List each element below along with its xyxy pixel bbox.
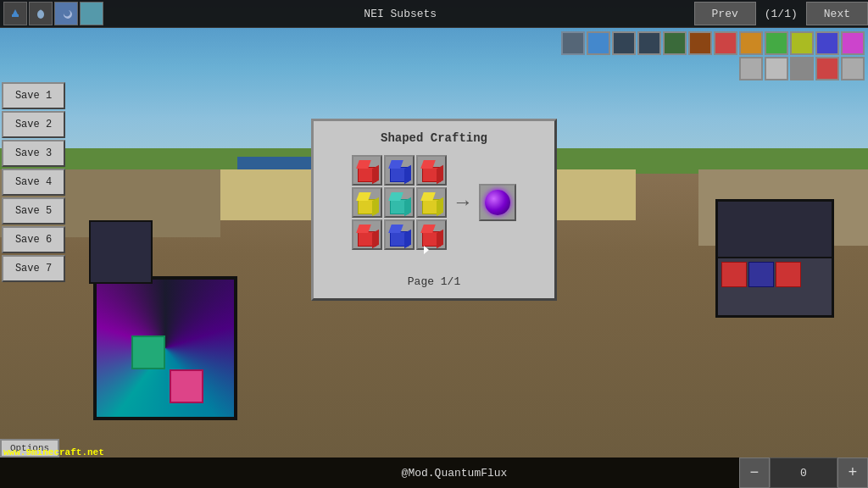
- inv-slot-3[interactable]: [612, 31, 636, 55]
- svg-rect-1: [12, 14, 19, 17]
- inv-slot-r2-1[interactable]: [739, 57, 763, 80]
- inv-slot-6[interactable]: [688, 31, 712, 55]
- save-button-4[interactable]: Save 4: [2, 169, 65, 196]
- inv-slot-r2-2[interactable]: [765, 57, 788, 80]
- svg-marker-0: [13, 9, 18, 14]
- nav-icon-2[interactable]: [29, 2, 53, 25]
- page-counter: (1/1): [756, 4, 806, 24]
- colored-block-pink: [170, 369, 203, 403]
- mod-name-label: @Mod.QuantumFlux: [170, 467, 739, 480]
- craft-slot-7[interactable]: [384, 219, 415, 250]
- red-cube-8: [420, 223, 443, 247]
- minus-button[interactable]: −: [739, 458, 770, 488]
- inv-slot-r2-5[interactable]: [841, 57, 865, 80]
- inv-slot-1[interactable]: [561, 31, 585, 55]
- save-button-5[interactable]: Save 5: [2, 197, 65, 225]
- inv-slot-8[interactable]: [739, 31, 763, 55]
- prev-button[interactable]: Prev: [694, 2, 756, 25]
- save-button-7[interactable]: Save 7: [2, 255, 65, 282]
- watermark-text: www.9minecraft.net: [3, 447, 104, 458]
- save-button-1[interactable]: Save 1: [2, 82, 65, 109]
- craft-slot-2[interactable]: [416, 155, 447, 186]
- inv-slot-9[interactable]: [765, 31, 788, 55]
- subsets-label: NEI Subsets: [107, 8, 694, 20]
- red-cube-0: [355, 158, 379, 182]
- nav-icon-3[interactable]: [54, 2, 78, 25]
- portal-block: [93, 276, 237, 420]
- water-icon: [9, 8, 21, 19]
- craft-slot-8[interactable]: [416, 219, 447, 250]
- crafting-area: →: [324, 155, 544, 250]
- craft-slot-0[interactable]: [352, 155, 382, 186]
- inv-slot-7[interactable]: [714, 31, 737, 55]
- inv-slot-10[interactable]: [790, 31, 814, 55]
- top-nav-bar: NEI Subsets Prev (1/1) Next: [0, 0, 868, 28]
- crafting-arrow: →: [457, 191, 469, 214]
- nav-icons-group: [0, 2, 107, 25]
- yellow-cube-3: [355, 191, 379, 214]
- craft-slot-1[interactable]: [384, 155, 415, 186]
- colored-block-green: [131, 336, 165, 369]
- yellow-cube-5: [420, 191, 443, 214]
- blue-cube-1: [387, 158, 411, 182]
- save-button-2[interactable]: Save 2: [2, 111, 65, 138]
- blue-cube-7: [387, 223, 411, 247]
- craft-slot-3[interactable]: [352, 187, 382, 218]
- drop-icon: [35, 8, 47, 19]
- inv-slot-r2-3[interactable]: [790, 57, 814, 80]
- purple-orb: [485, 190, 510, 215]
- inv-slot-12[interactable]: [841, 31, 865, 55]
- save-button-3[interactable]: Save 3: [2, 140, 65, 167]
- quantity-value: 0: [770, 458, 837, 488]
- nav-icon-1[interactable]: [3, 2, 27, 25]
- save-button-6[interactable]: Save 6: [2, 226, 65, 253]
- teal-cube-4: [387, 191, 411, 214]
- crafting-grid: [352, 155, 447, 250]
- save-buttons-panel: Save 1 Save 2 Save 3 Save 4 Save 5 Save …: [0, 80, 67, 284]
- craft-slot-5[interactable]: [416, 187, 447, 218]
- moon-icon: [60, 8, 72, 19]
- craft-slot-4[interactable]: [384, 187, 415, 218]
- crafting-dialog: Shaped Crafting: [311, 119, 557, 301]
- dialog-title: Shaped Crafting: [324, 131, 544, 145]
- red-cube-2: [420, 158, 443, 182]
- inv-slot-4[interactable]: [637, 31, 661, 55]
- next-button[interactable]: Next: [806, 2, 868, 25]
- craft-slot-6[interactable]: [352, 219, 382, 250]
- inv-slot-11[interactable]: [815, 31, 839, 55]
- left-dark-blocks: [89, 220, 153, 284]
- inv-slot-5[interactable]: [663, 31, 687, 55]
- right-machine: [715, 199, 834, 318]
- inv-slot-r2-4[interactable]: [815, 57, 839, 80]
- nav-icon-4[interactable]: [80, 2, 103, 25]
- nav-right-group: Prev (1/1) Next: [694, 2, 868, 25]
- crescent-icon: [86, 8, 97, 19]
- bottom-bar: @Mod.QuantumFlux − 0 +: [0, 458, 868, 488]
- red-cube-6: [355, 223, 379, 247]
- plus-button[interactable]: +: [837, 458, 868, 488]
- inv-slot-2[interactable]: [587, 31, 610, 55]
- result-slot[interactable]: [479, 184, 516, 221]
- inventory-row-2: [736, 55, 868, 82]
- dialog-page-label: Page 1/1: [324, 275, 544, 288]
